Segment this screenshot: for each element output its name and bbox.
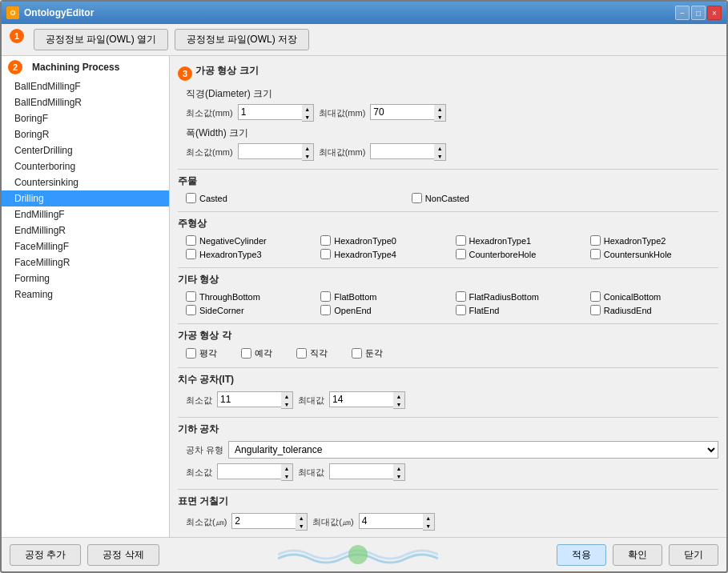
min-tolerance-up[interactable]: ▲ [281, 392, 292, 400]
add-process-button[interactable]: 공정 추가 [10, 544, 81, 566]
min-width-up[interactable]: ▲ [302, 144, 313, 152]
sidebar-item-endmillingf[interactable]: EndMillingF [2, 206, 169, 222]
roughness-max-up[interactable]: ▲ [423, 514, 434, 522]
bottom-left: 공정 추가 공정 삭제 [10, 544, 159, 566]
max-diameter-up[interactable]: ▲ [434, 105, 445, 113]
sidebar-item-centerdrilling[interactable]: CenterDrilling [2, 142, 169, 158]
cb-hexadrontype2[interactable] [590, 235, 601, 246]
maximize-button[interactable]: □ [691, 6, 706, 20]
sidebar-item-counterboring[interactable]: Counterboring [2, 158, 169, 174]
shape-size-title: 가공 형상 크기 [195, 64, 259, 78]
delete-process-button[interactable]: 공정 삭제 [87, 544, 159, 566]
max-tolerance-up[interactable]: ▲ [393, 392, 404, 400]
cb-throughbottom[interactable] [186, 291, 196, 302]
min-diameter-up[interactable]: ▲ [302, 105, 313, 113]
width-subsection: 폭(Width) 크기 최소값(mm) ▲ ▼ 최대값(mm) [186, 126, 718, 161]
sidebar-item-boringr[interactable]: BoringR [2, 126, 169, 142]
cb-flat-angle[interactable] [186, 348, 196, 359]
tolerance-type-select[interactable]: Angularity_tolerance [228, 441, 718, 459]
sidebar-item-countersinking[interactable]: Countersinking [2, 174, 169, 190]
roughness-max-down[interactable]: ▼ [423, 522, 434, 530]
geo-min-label: 최소값 [186, 467, 212, 479]
save-file-button[interactable]: 공정정보 파일(OWL) 저장 [175, 29, 309, 50]
cb-countersunkhole[interactable] [590, 249, 601, 259]
open-file-button[interactable]: 공정정보 파일(OWL) 열기 [34, 29, 168, 50]
max-diameter-down[interactable]: ▼ [434, 113, 445, 121]
lbl-counterborehole: CounterboreHole [469, 250, 537, 259]
minimize-button[interactable]: − [675, 6, 690, 20]
geo-max-up[interactable]: ▲ [393, 464, 404, 472]
lbl-negativecylinder: NegativeCylinder [199, 236, 267, 246]
cb-hexadrontype4[interactable] [320, 249, 331, 259]
max-diameter-input[interactable]: 70 [370, 104, 434, 120]
min-tolerance-input[interactable] [217, 391, 281, 407]
lbl-hexadrontype3: HexadronType3 [199, 250, 262, 259]
cb-hexadrontype3[interactable] [186, 249, 196, 259]
geo-max-spinner: ▲ ▼ [393, 463, 405, 481]
sidebar: 2 Machining Process BallEndMillingF Ball… [2, 56, 170, 537]
sidebar-item-facemillingr[interactable]: FaceMillingR [2, 254, 169, 270]
casted-checkbox[interactable] [186, 193, 196, 203]
geo-tolerance-section: 기하 공차 공차 유형 Angularity_tolerance 최소값 ▲ ▼ [178, 423, 718, 481]
sidebar-item-ballendmillingr[interactable]: BallEndMillingR [2, 94, 169, 110]
sidebar-item-boringf[interactable]: BoringF [2, 110, 169, 126]
geo-max-label: 최대값 [298, 467, 324, 479]
max-width-down[interactable]: ▼ [434, 152, 445, 160]
apply-button[interactable]: 적용 [557, 544, 606, 566]
cb-hexadrontype0[interactable] [320, 235, 331, 246]
max-tolerance-down[interactable]: ▼ [393, 400, 404, 408]
roughness-max-input[interactable] [359, 513, 423, 529]
lbl-hexadrontype2: HexadronType2 [604, 236, 666, 246]
cb-obtuse-angle[interactable] [352, 348, 362, 359]
sidebar-item-drilling[interactable]: Drilling [2, 190, 169, 206]
max-width-input[interactable] [370, 143, 434, 159]
sidebar-item-ballendmillingf[interactable]: BallEndMillingF [2, 78, 169, 94]
confirm-button[interactable]: 확인 [613, 544, 662, 566]
cb-conicalbottom[interactable] [590, 291, 601, 302]
cb-radiusdend[interactable] [590, 305, 601, 315]
app-icon: O [6, 6, 19, 19]
max-width-up[interactable]: ▲ [434, 144, 445, 152]
max-tolerance-input-group: ▲ ▼ [329, 391, 405, 409]
shape-throughbottom: ThroughBottom [186, 291, 314, 302]
min-tolerance-down[interactable]: ▼ [281, 400, 292, 408]
max-tolerance-input[interactable] [329, 391, 393, 407]
cb-openend[interactable] [320, 305, 331, 315]
roughness-min-up[interactable]: ▲ [296, 514, 307, 522]
close-dialog-button[interactable]: 닫기 [669, 544, 718, 566]
cb-sidecorner[interactable] [186, 305, 196, 315]
other-shape-title: 기타 형상 [178, 273, 718, 286]
angle-right: 직각 [296, 347, 328, 359]
roughness-row: 최소값(㎛) ▲ ▼ 최대값(㎛) ▲ ▼ [186, 513, 718, 531]
geo-min-input[interactable] [217, 463, 281, 479]
cb-right-angle[interactable] [296, 348, 307, 359]
min-diameter-spinner: ▲ ▼ [302, 104, 314, 122]
min-diameter-input[interactable]: 1 [238, 104, 302, 120]
min-width-down[interactable]: ▼ [302, 152, 313, 160]
main-content: 2 Machining Process BallEndMillingF Ball… [2, 56, 726, 537]
geo-min-spinner: ▲ ▼ [281, 463, 293, 481]
cb-flatend[interactable] [456, 305, 466, 315]
toolbar: 1 공정정보 파일(OWL) 열기 공정정보 파일(OWL) 저장 [2, 24, 726, 56]
roughness-min-down[interactable]: ▼ [296, 522, 307, 530]
sidebar-item-facemillingf[interactable]: FaceMillingF [2, 238, 169, 254]
close-button[interactable]: × [707, 6, 722, 20]
roughness-min-input[interactable] [231, 513, 296, 529]
geo-min-up[interactable]: ▲ [281, 464, 292, 472]
geo-min-down[interactable]: ▼ [281, 472, 292, 480]
geo-max-down[interactable]: ▼ [393, 472, 404, 480]
sidebar-item-endmillingr[interactable]: EndMillingR [2, 222, 169, 238]
cb-hexadrontype1[interactable] [456, 235, 466, 246]
cb-flatbottom[interactable] [320, 291, 331, 302]
cb-counterborehole[interactable] [456, 249, 466, 259]
geo-max-input[interactable] [329, 463, 393, 479]
min-width-input[interactable] [238, 143, 302, 159]
cb-acute-angle[interactable] [241, 348, 251, 359]
angle-section: 가공 형상 각 평각 예각 직각 [178, 329, 718, 359]
min-diameter-down[interactable]: ▼ [302, 113, 313, 121]
cb-negativecylinder[interactable] [186, 235, 196, 246]
noncasted-checkbox[interactable] [412, 193, 422, 203]
sidebar-item-reaming[interactable]: Reaming [2, 286, 169, 303]
sidebar-item-forming[interactable]: Forming [2, 270, 169, 286]
cb-flatradiusbottom[interactable] [456, 291, 466, 302]
